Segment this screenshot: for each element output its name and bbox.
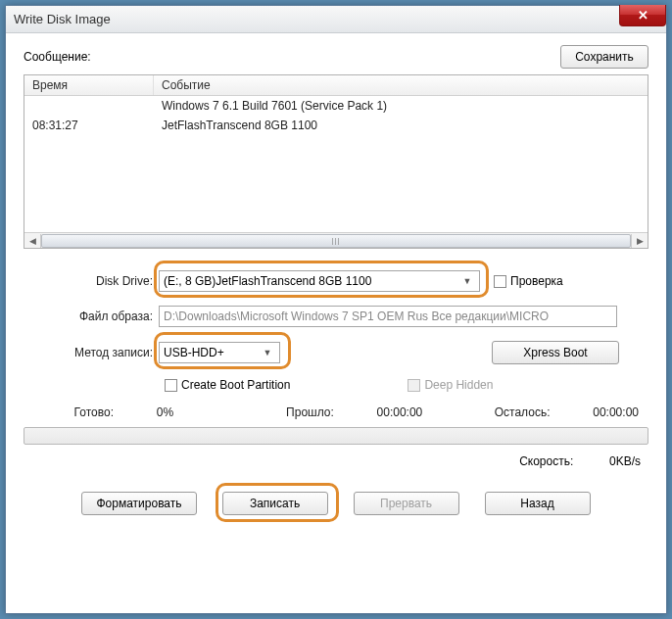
create-boot-partition-checkbox-wrap[interactable]: Create Boot Partition [165, 378, 290, 392]
log-row: Windows 7 6.1 Build 7601 (Service Pack 1… [24, 96, 648, 116]
create-boot-partition-checkbox[interactable] [165, 379, 177, 392]
window-title: Write Disk Image [14, 12, 111, 26]
speed-value: 0KB/s [609, 454, 641, 468]
speed-label: Скорость: [519, 454, 573, 468]
disk-drive-select[interactable]: (E:, 8 GB)JetFlashTranscend 8GB 1100 ▼ [159, 270, 480, 292]
image-file-input[interactable] [159, 306, 617, 327]
check-checkbox[interactable] [494, 275, 506, 288]
xpress-boot-button[interactable]: Xpress Boot [492, 341, 619, 364]
log-panel: Время Событие Windows 7 6.1 Build 7601 (… [24, 74, 648, 249]
write-button[interactable]: Записать [222, 492, 328, 515]
progress-percent: 0% [157, 405, 173, 419]
col-event-header[interactable]: Событие [154, 75, 648, 95]
check-checkbox-wrap[interactable]: Проверка [494, 274, 563, 288]
log-header: Время Событие [24, 75, 648, 96]
deep-hidden-checkbox [408, 379, 420, 392]
format-button[interactable]: Форматировать [81, 492, 196, 515]
abort-button: Прервать [354, 492, 459, 515]
remaining-label: Осталось: [495, 405, 551, 419]
remaining-value: 00:00:00 [593, 405, 639, 419]
log-body: Windows 7 6.1 Build 7601 (Service Pack 1… [24, 96, 648, 232]
close-button[interactable]: ✕ [619, 5, 666, 26]
titlebar: Write Disk Image ✕ [6, 6, 666, 33]
app-window: Write Disk Image ✕ Сообщение: Сохранить … [5, 5, 667, 614]
message-label: Сообщение: [24, 50, 91, 64]
elapsed-label: Прошло: [286, 405, 334, 419]
log-row: 08:31:27 JetFlashTranscend 8GB 1100 [24, 116, 648, 135]
scroll-thumb[interactable]: ||| [41, 234, 631, 248]
scroll-left-icon[interactable]: ◀ [24, 234, 40, 248]
chevron-down-icon: ▼ [260, 348, 275, 357]
chevron-down-icon: ▼ [459, 276, 475, 286]
disk-drive-label: Disk Drive: [24, 274, 159, 288]
deep-hidden-checkbox-wrap: Deep Hidden [408, 378, 493, 392]
close-icon: ✕ [638, 8, 648, 23]
col-time-header[interactable]: Время [24, 75, 154, 95]
image-file-label: Файл образа: [24, 310, 159, 323]
save-button[interactable]: Сохранить [560, 45, 648, 69]
write-method-label: Метод записи: [24, 346, 159, 359]
scroll-right-icon[interactable]: ▶ [632, 234, 648, 248]
progress-bar [24, 427, 648, 445]
ready-label: Готово: [74, 405, 114, 419]
scroll-track[interactable]: ||| [40, 234, 632, 248]
horizontal-scrollbar[interactable]: ◀ ||| ▶ [24, 232, 648, 248]
write-method-select[interactable]: USB-HDD+ ▼ [159, 342, 280, 363]
back-button[interactable]: Назад [485, 492, 591, 515]
elapsed-value: 00:00:00 [377, 405, 423, 419]
